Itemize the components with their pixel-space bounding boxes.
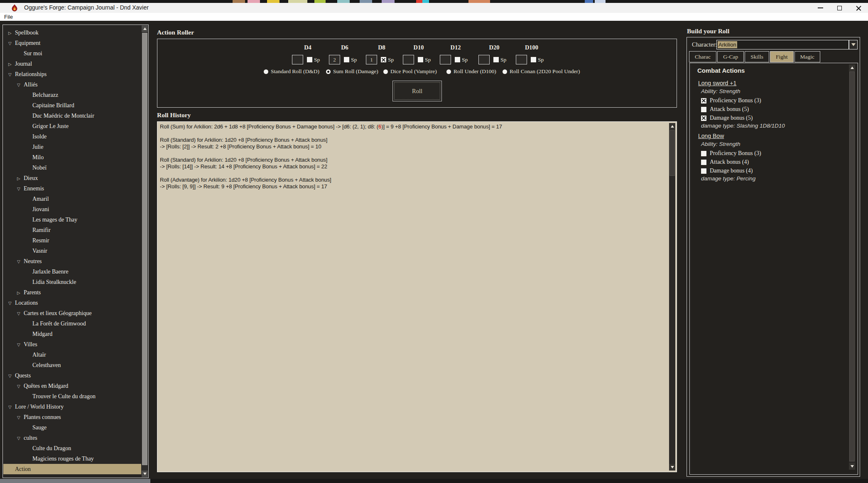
tree-item[interactable]: Midgard (3, 329, 141, 339)
combobox-dropdown-button[interactable] (849, 40, 858, 49)
tree-item[interactable]: Isolde (3, 131, 141, 142)
sidebar-scrollbar[interactable] (142, 25, 148, 477)
tree-item[interactable]: ▽Plantes connues (3, 412, 141, 422)
tree-collapse-icon[interactable]: ▽ (17, 340, 24, 350)
sp-checkbox[interactable] (493, 57, 499, 62)
scroll-down-icon[interactable] (669, 464, 675, 471)
sp-checkbox[interactable] (418, 57, 423, 62)
weapon-link[interactable]: Long Bow (698, 132, 845, 140)
scroll-down-icon[interactable] (849, 463, 855, 470)
tree-collapse-icon[interactable]: ▽ (17, 412, 24, 423)
dice-count-input[interactable] (440, 55, 451, 64)
tree-item[interactable]: Sauge (3, 422, 141, 433)
scroll-up-icon[interactable] (669, 123, 675, 130)
minimize-button[interactable] (811, 3, 830, 13)
tree-item[interactable]: ▽Relationships (3, 69, 141, 79)
scrollbar-thumb[interactable] (669, 130, 675, 176)
character-combobox[interactable]: Arkilion (716, 40, 849, 49)
radio-icon[interactable] (264, 69, 268, 74)
tree-collapse-icon[interactable]: ▽ (17, 381, 24, 392)
tree-collapse-icon[interactable]: ▽ (8, 38, 15, 49)
option-checkbox[interactable] (701, 107, 706, 112)
tree-collapse-icon[interactable]: ▽ (8, 371, 15, 381)
tree-expand-icon[interactable]: ▷ (8, 59, 15, 69)
tree-item[interactable]: Lidia Stealknuckle (3, 277, 141, 287)
roll-history-log[interactable]: Roll (Sum) for Arkilion: 2d6 + 1d8 +8 [P… (160, 123, 667, 470)
scroll-up-icon[interactable] (142, 25, 148, 32)
scroll-down-icon[interactable] (142, 471, 148, 477)
tree-expand-icon[interactable]: ▷ (8, 28, 15, 38)
tree-collapse-icon[interactable]: ▽ (8, 402, 15, 412)
mode-radio-option[interactable]: Roll Under (D100) (446, 68, 496, 75)
tree-item[interactable]: Magiciens rouges de Thay (3, 453, 141, 464)
option-checkbox[interactable] (701, 151, 706, 156)
tab-fight[interactable]: Fight (770, 51, 794, 62)
tree-item[interactable]: Action (3, 464, 141, 474)
tree-collapse-icon[interactable]: ▽ (8, 298, 15, 308)
menu-file[interactable]: File (0, 14, 17, 20)
tree-item[interactable]: ▽Locations (3, 298, 141, 308)
weapon-link[interactable]: Long sword +1 (698, 79, 845, 87)
option-checkbox[interactable] (701, 168, 706, 174)
tree-item[interactable]: ▽Villes (3, 339, 141, 350)
sp-checkbox[interactable] (455, 57, 460, 62)
tab-charac[interactable]: Charac (689, 51, 716, 62)
dice-count-input[interactable] (366, 55, 377, 64)
scrollbar-thumb[interactable] (142, 33, 147, 465)
tree-item[interactable]: ▽Quêtes en Midgard (3, 381, 141, 391)
roll-history-scrollbar[interactable] (669, 123, 675, 471)
tree-item[interactable]: Altaïr (3, 350, 141, 360)
tree-item[interactable]: ▷Journal (3, 59, 141, 69)
tree-item[interactable]: ▷Dieux (3, 173, 141, 183)
tree-collapse-icon[interactable]: ▽ (17, 433, 24, 444)
tree-item[interactable]: Julie (3, 142, 141, 152)
option-checkbox[interactable] (701, 98, 706, 104)
tree-item[interactable]: Culte du Dragon (3, 443, 141, 453)
option-checkbox[interactable] (701, 160, 706, 165)
tree-item[interactable]: ▽Equipment (3, 38, 141, 48)
tree-item[interactable]: ▽cultes (3, 433, 141, 443)
tree-item[interactable]: Nobeï (3, 163, 141, 173)
tree-collapse-icon[interactable]: ▽ (17, 256, 24, 267)
tree-item[interactable]: ▽Cartes et lieux Géographique (3, 308, 141, 318)
tree-collapse-icon[interactable]: ▽ (17, 80, 24, 90)
mode-radio-option[interactable]: Sum Roll (Damage) (326, 68, 378, 75)
combat-actions-scrollbar[interactable] (849, 64, 855, 470)
scrollbar-thumb[interactable] (849, 71, 855, 461)
tree-expand-icon[interactable]: ▷ (17, 288, 24, 298)
tree-item[interactable]: Grigor Le Juste (3, 121, 141, 131)
dice-count-input[interactable] (292, 55, 303, 64)
tree-item[interactable]: Belcharazz (3, 90, 141, 100)
radio-icon[interactable] (383, 69, 388, 74)
tree-item[interactable]: ▽Neutres (3, 256, 141, 266)
tree-item[interactable]: Jarlaxle Baenre (3, 266, 141, 277)
tree-item[interactable]: Celesthaven (3, 360, 141, 370)
mode-radio-option[interactable]: Roll Conan (2D20 Pool Under) (503, 68, 580, 75)
tree-item[interactable]: La Forêt de Grimwood (3, 318, 141, 329)
tree-expand-icon[interactable]: ▷ (17, 173, 24, 184)
tree-item[interactable]: Ramifir (3, 225, 141, 235)
radio-icon[interactable] (446, 69, 451, 74)
mode-radio-option[interactable]: Dice Pool (Vampire) (383, 68, 437, 75)
tree-item[interactable]: ▽Alliés (3, 79, 141, 90)
title-bar[interactable]: Oggure's Forge: Campaign Journal - Dnd X… (0, 3, 868, 13)
tree-item[interactable]: ▷Parents (3, 287, 141, 298)
dice-count-input[interactable] (403, 55, 414, 64)
tree-item[interactable]: ▽Lore / World History (3, 402, 141, 412)
tab-magic[interactable]: Magic (794, 51, 821, 62)
tree-item[interactable]: Vasnir (3, 246, 141, 256)
sp-checkbox[interactable] (344, 57, 349, 62)
tree-item[interactable]: Sur moi (3, 48, 141, 59)
scroll-up-icon[interactable] (849, 64, 855, 71)
close-button[interactable] (849, 3, 868, 13)
tree-item[interactable]: Capitaine Brillard (3, 100, 141, 111)
tree-item[interactable]: Milo (3, 152, 141, 163)
sp-checkbox[interactable] (307, 57, 312, 62)
tree-item[interactable]: ▽Ennemis (3, 183, 141, 194)
option-checkbox[interactable] (701, 116, 706, 121)
tree-collapse-icon[interactable]: ▽ (17, 184, 24, 194)
tab-g-cap[interactable]: G-Cap (717, 51, 744, 62)
tab-skills[interactable]: Skills (745, 51, 769, 62)
tree-item[interactable]: ▽Quests (3, 370, 141, 381)
tree-item[interactable]: Amaril (3, 194, 141, 204)
